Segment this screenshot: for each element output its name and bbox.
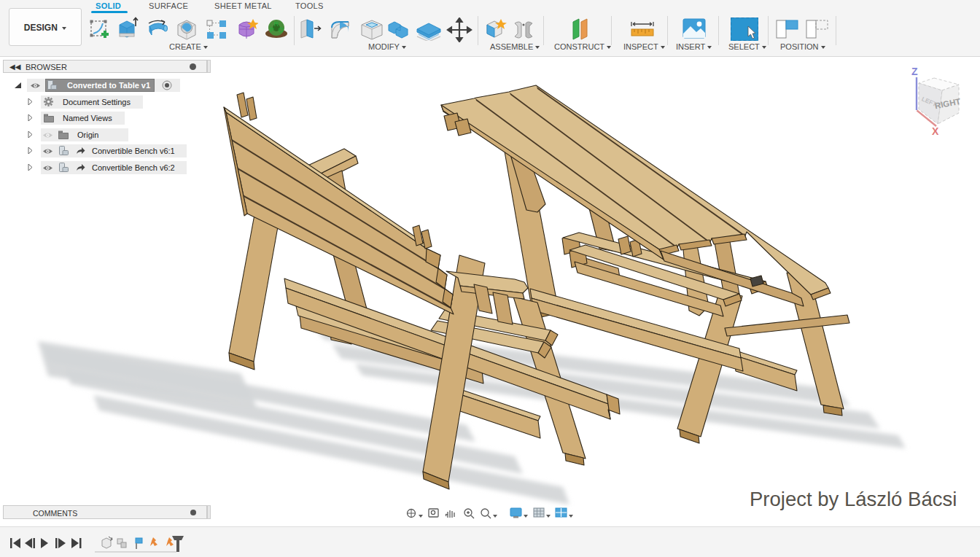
svg-text:X: X — [932, 125, 939, 137]
svg-text:O: O — [278, 26, 283, 34]
svg-text:P: P — [270, 26, 274, 34]
svg-text:Z: Z — [911, 66, 918, 77]
